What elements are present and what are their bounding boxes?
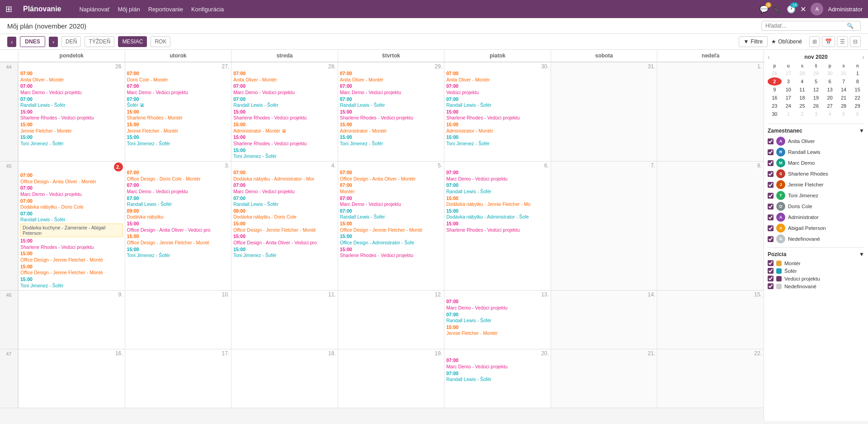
checkbox-toni[interactable] xyxy=(768,193,774,199)
mini-cal-day[interactable]: 18 xyxy=(795,94,809,102)
day-cell-nov15[interactable]: 15. xyxy=(657,291,764,349)
checkbox-monter[interactable] xyxy=(768,260,774,266)
event[interactable]: 15:00Office Design - Jennie Fletcher - M… xyxy=(340,221,443,233)
event[interactable]: 15:00Sharlene Rhodes - Vedúci projektu xyxy=(20,238,123,250)
event[interactable]: 15:00Sharlene Rhodes - Vedúci projektu xyxy=(233,134,336,147)
event[interactable]: 07:00Randall Lewis - Šofér xyxy=(233,96,336,109)
mini-cal-day[interactable]: 1 xyxy=(850,69,864,77)
event[interactable]: 15:00Sharlene Rhodes - Montér xyxy=(127,109,230,121)
filter-button[interactable]: ▼ Filtre xyxy=(739,36,768,47)
event[interactable]: 15:00Office Design - Administrator - Šof… xyxy=(340,233,443,246)
day-cell-nov13[interactable]: 13. 07:00Marc Demo - Vedúci projektu 07:… xyxy=(444,291,551,349)
event[interactable]: 15:00Toni Jimenez - Šofér xyxy=(20,276,123,289)
day-cell-nov21[interactable]: 21. xyxy=(551,349,657,408)
event[interactable]: 07:00Marc Demo - Vedúci projektu xyxy=(127,182,230,195)
event[interactable]: 07:00Dodávka nábytku - Doris Cole xyxy=(20,198,123,210)
checkbox-nedefinovane-emp[interactable] xyxy=(768,236,774,242)
checkbox-sharlene[interactable] xyxy=(768,171,774,177)
event[interactable]: 15:00Administrator - Montér xyxy=(340,122,443,134)
day-cell-nov4[interactable]: 4. 07:00Dodávka nábytku - Administrator … xyxy=(231,162,338,290)
day-cell-nov19[interactable]: 19. xyxy=(338,349,444,408)
mini-cal-day[interactable]: 19 xyxy=(809,94,823,102)
search-input[interactable] xyxy=(765,23,847,29)
event[interactable]: 15:00Toni Jimenez - Šofér xyxy=(127,247,230,259)
grid-view-button[interactable]: ⊟ xyxy=(850,36,861,47)
event[interactable]: 15:00Jennie Fletcher - Montér xyxy=(127,122,230,134)
mini-cal-day[interactable]: 20 xyxy=(823,94,837,102)
event[interactable]: 07:00Randall Lewis - Šofér xyxy=(20,211,123,223)
mini-cal-day[interactable]: 6 xyxy=(823,77,837,86)
today-button[interactable]: DNES xyxy=(20,36,45,47)
admin-label[interactable]: Administrator xyxy=(828,6,863,13)
event[interactable]: 07:00Marc Demo - Vedúci projektu xyxy=(446,170,549,182)
event[interactable]: 07:00Anita Oliver - Montér xyxy=(446,71,549,83)
event[interactable]: 07:00Randall Lewis - Šofér xyxy=(233,195,336,208)
event[interactable]: 15:00Dodávka nábytku - Jennie Fletcher -… xyxy=(446,195,549,208)
mini-cal-day[interactable]: 3 xyxy=(809,110,823,118)
event[interactable]: 15:00Office Design - Anita Oliver - Vedú… xyxy=(127,221,230,233)
mini-cal-day[interactable]: 14 xyxy=(837,86,851,94)
day-cell-nov26[interactable]: 26. 07:00Anita Oliver - Montér 07:00Marc… xyxy=(18,62,125,161)
day-cell-nov1[interactable]: 1. xyxy=(657,62,764,161)
event[interactable]: 07:00Marc Demo - Vedúci projektu xyxy=(446,357,549,370)
event[interactable]: 15:00Sharlene Rhodes - Vedúci projektu xyxy=(20,109,123,121)
day-cell-nov7[interactable]: 7. xyxy=(551,162,657,290)
event[interactable]: 15:00Toni Jimenez - Šofér xyxy=(127,134,230,147)
day-cell-nov3[interactable]: 3. 07:00Office Design - Doris Cole - Mon… xyxy=(125,162,231,290)
checkbox-abigail[interactable] xyxy=(768,225,774,231)
event[interactable]: 07:00Randall Lewis - Šofér xyxy=(127,195,230,208)
mini-cal-day[interactable]: 30 xyxy=(823,69,837,77)
nav-konfiguracia[interactable]: Konfigurácia xyxy=(191,6,224,13)
mini-cal-day[interactable]: 25 xyxy=(795,102,809,110)
mini-cal-day[interactable]: 17 xyxy=(782,94,796,102)
event[interactable]: 15:00Administrator - Montér xyxy=(446,122,549,134)
mini-cal-day[interactable]: 26 xyxy=(809,102,823,110)
mini-cal-day[interactable]: 23 xyxy=(768,102,782,110)
mini-cal-day[interactable]: 8 xyxy=(850,77,864,86)
mini-cal-day[interactable]: 11 xyxy=(795,86,809,94)
day-cell-nov11[interactable]: 11. xyxy=(231,291,338,349)
event[interactable]: 07:00Randall Lewis - Šofér xyxy=(446,371,549,383)
event[interactable]: 15:00Toni Jimenez - Šofér xyxy=(233,247,336,259)
mini-cal-day[interactable]: 24 xyxy=(782,102,796,110)
event[interactable]: 07:00Marc Demo - Vedúci projektu xyxy=(340,195,443,208)
event[interactable]: 15:00Sharlene Rhodes - Vedúci projektu xyxy=(340,109,443,121)
view-month-button[interactable]: MESIAC xyxy=(118,36,147,47)
mini-cal-day[interactable]: 16 xyxy=(768,94,782,102)
mini-cal-day[interactable]: 6 xyxy=(850,110,864,118)
event[interactable]: 07:00Anita Oliver - Montér xyxy=(340,71,443,83)
employee-filter-title[interactable]: Zamestnanec ▼ xyxy=(768,128,864,134)
day-cell-nov20[interactable]: 20. 07:00Marc Demo - Vedúci projektu 07:… xyxy=(444,349,551,408)
checkbox-veduci[interactable] xyxy=(768,276,774,281)
event[interactable]: 07:00Anita Oliver - Montér xyxy=(233,71,336,83)
mini-cal-day[interactable]: 10 xyxy=(782,86,796,94)
event[interactable]: 07:00Marc Demo - Vedúci projektu xyxy=(127,83,230,95)
event[interactable]: 15:00Sharlene Rhodes - Vedúci projektu xyxy=(446,221,549,233)
day-cell-nov28[interactable]: 28. 07:00Anita Oliver - Montér 07:00Marc… xyxy=(231,62,338,161)
mini-cal-day[interactable]: 9 xyxy=(768,86,782,94)
mini-cal-day[interactable]: 7 xyxy=(837,77,851,86)
checkbox-marc[interactable] xyxy=(768,160,774,166)
event[interactable]: 07:00Marc Demo - Vedúci projektu xyxy=(20,185,123,197)
nav-mojplan[interactable]: Môj plán xyxy=(118,6,140,13)
day-cell-nov14[interactable]: 14. xyxy=(551,291,657,349)
mini-cal-day[interactable]: 28 xyxy=(795,69,809,77)
mini-cal-next[interactable]: › xyxy=(862,53,864,61)
event[interactable]: 07:00Doris Cole - Montér xyxy=(127,71,230,83)
event[interactable]: 07:00Marc Demo - Vedúci projektu xyxy=(233,83,336,95)
event[interactable]: 15:00Office Design - Jennie Fletcher - M… xyxy=(20,264,123,276)
chat-icon[interactable]: 💬5 xyxy=(760,5,769,14)
mini-cal-day[interactable]: 29 xyxy=(850,102,864,110)
favorite-button[interactable]: ★ Obľúbené xyxy=(771,38,802,45)
mini-cal-day[interactable]: 5 xyxy=(837,110,851,118)
event[interactable]: 15:00Jennie Fletcher - Montér xyxy=(20,122,123,134)
mini-cal-day[interactable]: 21 xyxy=(837,94,851,102)
mini-cal-day[interactable]: 12 xyxy=(809,86,823,94)
checkbox-admin[interactable] xyxy=(768,214,774,220)
event[interactable]: 15:00Sharlene Rhodes - Vedúci projektu xyxy=(446,109,549,121)
day-cell-nov30[interactable]: 30. 07:00Anita Oliver - Montér 07:00Vedú… xyxy=(444,62,551,161)
event[interactable]: 15:00Office Design - Anita Oliver - Vedú… xyxy=(233,233,336,246)
list-view-button[interactable]: ⊞ xyxy=(809,36,820,47)
day-cell-nov6[interactable]: 6. 07:00Marc Demo - Vedúci projektu 07:0… xyxy=(444,162,551,290)
event[interactable]: 09:00Dodávka nábytku xyxy=(127,208,230,220)
